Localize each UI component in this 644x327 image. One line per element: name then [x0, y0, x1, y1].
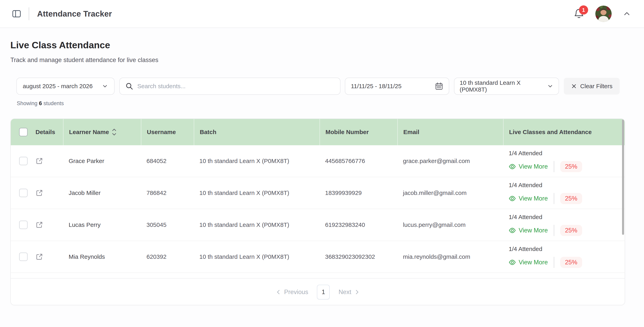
attendance-percent: 25%: [560, 161, 582, 172]
col-username: Username: [141, 119, 194, 145]
table-header-row: Details Learner Name Username Batch Mobi…: [11, 119, 625, 145]
attendance-count: 1/4 Attended: [509, 150, 625, 156]
header-divider: [29, 8, 29, 20]
session-dropdown[interactable]: august 2025 - march 2026: [16, 78, 114, 95]
search-icon: [125, 82, 133, 90]
chevron-right-icon: [354, 289, 360, 295]
row-checkbox[interactable]: [19, 189, 28, 197]
batch: 10 th standard Learn X (P0MX8T): [194, 158, 320, 164]
col-batch: Batch: [194, 119, 320, 145]
divider: [554, 161, 554, 172]
table-row: Grace Parker 684052 10 th standard Learn…: [11, 145, 625, 177]
sidebar-panel-icon: [12, 9, 21, 18]
partial-row: [11, 273, 625, 278]
row-checkbox[interactable]: [19, 252, 28, 261]
mobile-number: 368329023092302: [320, 254, 397, 260]
clear-filters-label: Clear Filters: [580, 83, 612, 90]
external-link-icon[interactable]: [36, 253, 63, 260]
eye-icon: [509, 195, 516, 202]
attendance-table: Details Learner Name Username Batch Mobi…: [10, 118, 625, 305]
table-row: Mia Reynolds 620392 10 th standard Learn…: [11, 241, 625, 273]
chevron-down-icon: [102, 83, 108, 90]
table-row: Lucas Perry 305045 10 th standard Learn …: [11, 209, 625, 241]
attendance-percent: 25%: [560, 193, 582, 204]
chevron-down-icon: [547, 83, 554, 90]
page-number-button[interactable]: 1: [317, 285, 330, 300]
learner-name: Grace Parker: [63, 158, 141, 164]
sort-icon[interactable]: [112, 128, 116, 136]
col-live-classes: Live Classes and Attendance: [503, 119, 625, 145]
mobile-number: 445685766776: [320, 158, 397, 164]
batch: 10 th standard Learn X (P0MX8T): [194, 190, 320, 196]
external-link-icon[interactable]: [36, 221, 63, 229]
divider: [554, 257, 554, 268]
chevron-left-icon: [276, 289, 282, 295]
username: 786842: [141, 190, 194, 196]
col-email: Email: [397, 119, 503, 145]
table-row: Jacob Miller 786842 10 th standard Learn…: [11, 177, 625, 209]
batch-dropdown[interactable]: 10 th standard Learn X (P0MX8T): [454, 78, 559, 95]
row-checkbox[interactable]: [19, 157, 28, 165]
col-learner-name[interactable]: Learner Name: [63, 119, 141, 145]
eye-icon: [509, 227, 516, 234]
previous-page-button[interactable]: Previous: [276, 288, 308, 296]
batch: 10 th standard Learn X (P0MX8T): [194, 254, 320, 260]
username: 684052: [141, 158, 194, 164]
external-link-icon[interactable]: [36, 189, 63, 197]
results-summary: Showing 6 students: [10, 100, 634, 106]
sidebar-toggle-button[interactable]: [12, 9, 22, 19]
col-details: Details: [30, 129, 63, 136]
close-icon: [571, 83, 577, 89]
vertical-scrollbar[interactable]: [622, 120, 624, 235]
view-more-link[interactable]: View More: [509, 259, 548, 266]
view-more-link[interactable]: View More: [509, 195, 548, 202]
profile-menu-chevron-up-icon[interactable]: [622, 10, 631, 18]
search-box[interactable]: [119, 78, 340, 95]
pagination: Previous 1 Next: [11, 278, 625, 305]
filter-bar: august 2025 - march 2026 11/11/25 - 18/1…: [10, 78, 634, 95]
attendance-count: 1/4 Attended: [509, 246, 625, 252]
mobile-number: 18399939929: [320, 190, 397, 196]
view-more-link[interactable]: View More: [509, 227, 548, 234]
top-bar: Attendance Tracker 1: [0, 0, 644, 28]
next-page-button[interactable]: Next: [338, 288, 360, 296]
eye-icon: [509, 163, 516, 170]
username: 620392: [141, 254, 194, 260]
page-subtitle: Track and manage student attendance for …: [10, 56, 634, 64]
divider: [554, 225, 554, 236]
page-title: Live Class Attendance: [10, 40, 634, 50]
attendance-percent: 25%: [560, 225, 582, 236]
calendar-icon: [435, 82, 443, 90]
app-title: Attendance Tracker: [37, 10, 112, 18]
notification-badge: 1: [579, 6, 588, 14]
mobile-number: 619232983240: [320, 222, 397, 228]
attendance-count: 1/4 Attended: [509, 182, 625, 188]
learner-name: Jacob Miller: [63, 190, 141, 196]
notifications-button[interactable]: 1: [573, 8, 584, 19]
email: lucus.perry@gmail.com: [397, 222, 503, 228]
select-all-checkbox[interactable]: [19, 128, 28, 136]
date-range-picker[interactable]: 11/11/25 - 18/11/25: [345, 78, 449, 95]
attendance-percent: 25%: [560, 257, 582, 268]
batch-dropdown-value: 10 th standard Learn X (P0MX8T): [460, 80, 547, 93]
avatar[interactable]: [595, 6, 612, 22]
date-range-value: 11/11/25 - 18/11/25: [351, 83, 402, 90]
student-count: 6: [39, 100, 42, 106]
col-mobile: Mobile Number: [320, 119, 397, 145]
learner-name: Mia Reynolds: [63, 254, 141, 260]
learner-name: Lucas Perry: [63, 222, 141, 228]
email: jacob.miller@gmail.com: [397, 190, 503, 196]
view-more-link[interactable]: View More: [509, 163, 548, 170]
eye-icon: [509, 259, 516, 266]
external-link-icon[interactable]: [36, 157, 63, 165]
clear-filters-button[interactable]: Clear Filters: [564, 78, 620, 94]
email: mia.reynolds@gmail.com: [397, 254, 503, 260]
search-input[interactable]: [137, 83, 334, 90]
session-dropdown-value: august 2025 - march 2026: [23, 83, 92, 90]
batch: 10 th standard Learn X (P0MX8T): [194, 222, 320, 228]
divider: [554, 193, 554, 204]
email: grace.parker@gmail.com: [397, 158, 503, 164]
username: 305045: [141, 222, 194, 228]
row-checkbox[interactable]: [19, 221, 28, 229]
attendance-count: 1/4 Attended: [509, 214, 625, 220]
